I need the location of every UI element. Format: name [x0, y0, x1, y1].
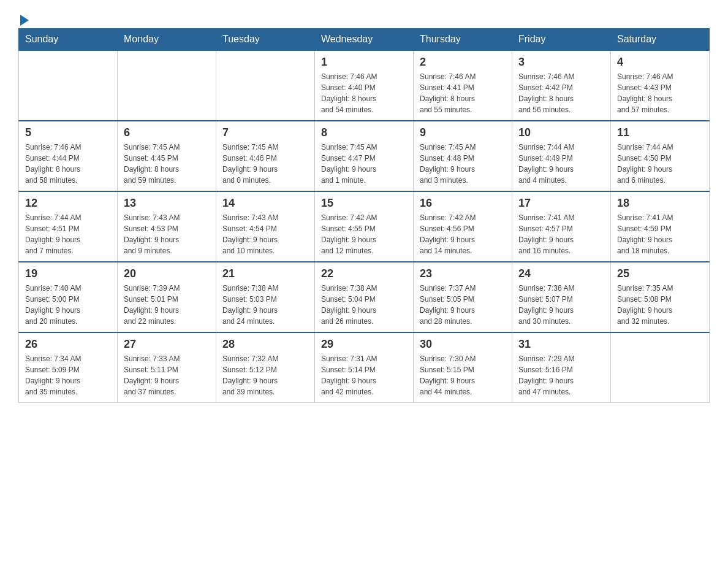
day-cell: 26Sunrise: 7:34 AM Sunset: 5:09 PM Dayli… [19, 332, 118, 403]
day-info: Sunrise: 7:43 AM Sunset: 4:53 PM Dayligh… [124, 212, 210, 256]
week-row-3: 12Sunrise: 7:44 AM Sunset: 4:51 PM Dayli… [19, 191, 710, 262]
day-cell: 11Sunrise: 7:44 AM Sunset: 4:50 PM Dayli… [611, 121, 710, 191]
day-number: 5 [25, 126, 111, 139]
day-info: Sunrise: 7:46 AM Sunset: 4:41 PM Dayligh… [420, 71, 506, 115]
day-number: 27 [124, 338, 210, 351]
day-info: Sunrise: 7:45 AM Sunset: 4:48 PM Dayligh… [420, 142, 506, 186]
day-cell: 9Sunrise: 7:45 AM Sunset: 4:48 PM Daylig… [414, 121, 512, 191]
logo [18, 12, 42, 22]
day-info: Sunrise: 7:32 AM Sunset: 5:12 PM Dayligh… [222, 353, 308, 397]
day-number: 28 [222, 338, 308, 351]
day-cell: 30Sunrise: 7:30 AM Sunset: 5:15 PM Dayli… [414, 332, 512, 403]
day-cell: 20Sunrise: 7:39 AM Sunset: 5:01 PM Dayli… [118, 262, 216, 332]
day-info: Sunrise: 7:46 AM Sunset: 4:44 PM Dayligh… [25, 142, 111, 186]
col-header-sunday: Sunday [19, 29, 118, 51]
logo-triangle-icon [20, 15, 29, 26]
day-number: 6 [124, 126, 210, 139]
day-cell: 10Sunrise: 7:44 AM Sunset: 4:49 PM Dayli… [512, 121, 611, 191]
day-cell: 28Sunrise: 7:32 AM Sunset: 5:12 PM Dayli… [216, 332, 315, 403]
week-row-2: 5Sunrise: 7:46 AM Sunset: 4:44 PM Daylig… [19, 121, 710, 191]
day-info: Sunrise: 7:31 AM Sunset: 5:14 PM Dayligh… [321, 353, 407, 397]
day-cell: 5Sunrise: 7:46 AM Sunset: 4:44 PM Daylig… [19, 121, 118, 191]
week-row-1: 1Sunrise: 7:46 AM Sunset: 4:40 PM Daylig… [19, 50, 710, 121]
day-number: 23 [420, 267, 506, 280]
day-number: 9 [420, 126, 506, 139]
day-info: Sunrise: 7:46 AM Sunset: 4:43 PM Dayligh… [617, 71, 703, 115]
day-number: 11 [617, 126, 703, 139]
day-info: Sunrise: 7:34 AM Sunset: 5:09 PM Dayligh… [25, 353, 111, 397]
week-row-5: 26Sunrise: 7:34 AM Sunset: 5:09 PM Dayli… [19, 332, 710, 403]
day-cell: 8Sunrise: 7:45 AM Sunset: 4:47 PM Daylig… [315, 121, 414, 191]
col-header-wednesday: Wednesday [315, 29, 414, 51]
day-number: 17 [518, 197, 604, 210]
day-number: 10 [518, 126, 604, 139]
day-info: Sunrise: 7:35 AM Sunset: 5:08 PM Dayligh… [617, 283, 703, 327]
day-number: 20 [124, 267, 210, 280]
day-number: 22 [321, 267, 407, 280]
day-cell: 18Sunrise: 7:41 AM Sunset: 4:59 PM Dayli… [611, 191, 710, 262]
day-info: Sunrise: 7:45 AM Sunset: 4:46 PM Dayligh… [222, 142, 308, 186]
day-number: 19 [25, 267, 111, 280]
day-number: 15 [321, 197, 407, 210]
day-cell [19, 50, 118, 121]
day-number: 4 [617, 56, 703, 69]
page-header [18, 12, 710, 22]
day-info: Sunrise: 7:38 AM Sunset: 5:04 PM Dayligh… [321, 283, 407, 327]
day-cell: 25Sunrise: 7:35 AM Sunset: 5:08 PM Dayli… [611, 262, 710, 332]
day-number: 16 [420, 197, 506, 210]
col-header-monday: Monday [118, 29, 216, 51]
day-cell: 12Sunrise: 7:44 AM Sunset: 4:51 PM Dayli… [19, 191, 118, 262]
day-cell: 23Sunrise: 7:37 AM Sunset: 5:05 PM Dayli… [414, 262, 512, 332]
day-number: 26 [25, 338, 111, 351]
day-number: 24 [518, 267, 604, 280]
day-cell: 27Sunrise: 7:33 AM Sunset: 5:11 PM Dayli… [118, 332, 216, 403]
day-number: 18 [617, 197, 703, 210]
day-cell [611, 332, 710, 403]
day-number: 2 [420, 56, 506, 69]
day-cell: 6Sunrise: 7:45 AM Sunset: 4:45 PM Daylig… [118, 121, 216, 191]
calendar-table: SundayMondayTuesdayWednesdayThursdayFrid… [18, 28, 710, 403]
day-info: Sunrise: 7:43 AM Sunset: 4:54 PM Dayligh… [222, 212, 308, 256]
day-cell: 16Sunrise: 7:42 AM Sunset: 4:56 PM Dayli… [414, 191, 512, 262]
day-cell: 3Sunrise: 7:46 AM Sunset: 4:42 PM Daylig… [512, 50, 611, 121]
day-info: Sunrise: 7:44 AM Sunset: 4:51 PM Dayligh… [25, 212, 111, 256]
day-number: 25 [617, 267, 703, 280]
day-cell: 31Sunrise: 7:29 AM Sunset: 5:16 PM Dayli… [512, 332, 611, 403]
day-number: 7 [222, 126, 308, 139]
day-info: Sunrise: 7:33 AM Sunset: 5:11 PM Dayligh… [124, 353, 210, 397]
col-header-tuesday: Tuesday [216, 29, 315, 51]
day-cell: 13Sunrise: 7:43 AM Sunset: 4:53 PM Dayli… [118, 191, 216, 262]
day-cell: 2Sunrise: 7:46 AM Sunset: 4:41 PM Daylig… [414, 50, 512, 121]
day-cell [216, 50, 315, 121]
day-info: Sunrise: 7:42 AM Sunset: 4:56 PM Dayligh… [420, 212, 506, 256]
day-number: 31 [518, 338, 604, 351]
day-info: Sunrise: 7:45 AM Sunset: 4:45 PM Dayligh… [124, 142, 210, 186]
day-cell: 24Sunrise: 7:36 AM Sunset: 5:07 PM Dayli… [512, 262, 611, 332]
day-number: 21 [222, 267, 308, 280]
day-info: Sunrise: 7:44 AM Sunset: 4:49 PM Dayligh… [518, 142, 604, 186]
day-info: Sunrise: 7:46 AM Sunset: 4:40 PM Dayligh… [321, 71, 407, 115]
day-number: 1 [321, 56, 407, 69]
col-header-saturday: Saturday [611, 29, 710, 51]
day-info: Sunrise: 7:44 AM Sunset: 4:50 PM Dayligh… [617, 142, 703, 186]
week-row-4: 19Sunrise: 7:40 AM Sunset: 5:00 PM Dayli… [19, 262, 710, 332]
day-number: 29 [321, 338, 407, 351]
day-info: Sunrise: 7:36 AM Sunset: 5:07 PM Dayligh… [518, 283, 604, 327]
day-cell: 22Sunrise: 7:38 AM Sunset: 5:04 PM Dayli… [315, 262, 414, 332]
day-info: Sunrise: 7:29 AM Sunset: 5:16 PM Dayligh… [518, 353, 604, 397]
day-cell: 19Sunrise: 7:40 AM Sunset: 5:00 PM Dayli… [19, 262, 118, 332]
day-info: Sunrise: 7:45 AM Sunset: 4:47 PM Dayligh… [321, 142, 407, 186]
day-number: 3 [518, 56, 604, 69]
col-header-friday: Friday [512, 29, 611, 51]
day-number: 30 [420, 338, 506, 351]
header-row: SundayMondayTuesdayWednesdayThursdayFrid… [19, 29, 710, 51]
day-info: Sunrise: 7:38 AM Sunset: 5:03 PM Dayligh… [222, 283, 308, 327]
day-info: Sunrise: 7:42 AM Sunset: 4:55 PM Dayligh… [321, 212, 407, 256]
day-info: Sunrise: 7:41 AM Sunset: 4:59 PM Dayligh… [617, 212, 703, 256]
day-info: Sunrise: 7:30 AM Sunset: 5:15 PM Dayligh… [420, 353, 506, 397]
day-info: Sunrise: 7:37 AM Sunset: 5:05 PM Dayligh… [420, 283, 506, 327]
col-header-thursday: Thursday [414, 29, 512, 51]
day-cell: 21Sunrise: 7:38 AM Sunset: 5:03 PM Dayli… [216, 262, 315, 332]
day-cell: 4Sunrise: 7:46 AM Sunset: 4:43 PM Daylig… [611, 50, 710, 121]
day-info: Sunrise: 7:40 AM Sunset: 5:00 PM Dayligh… [25, 283, 111, 327]
